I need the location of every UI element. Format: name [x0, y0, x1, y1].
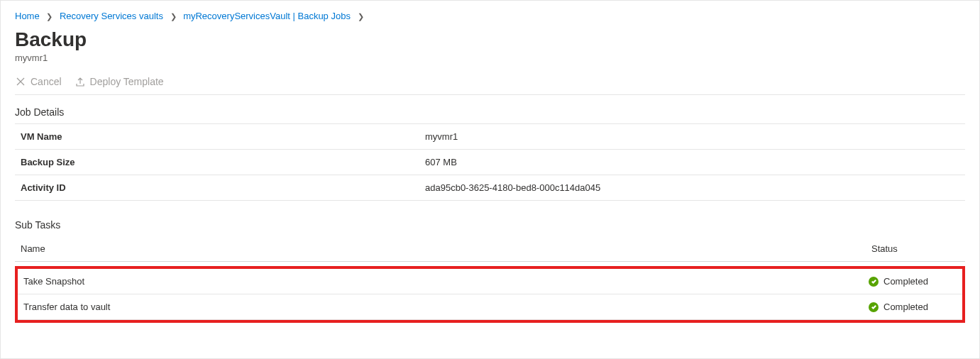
subtask-status-cell: Completed	[863, 294, 962, 320]
detail-label: Activity ID	[15, 175, 419, 201]
check-circle-icon	[869, 302, 879, 312]
table-row: Transfer data to vault Completed	[18, 294, 962, 320]
detail-value: myvmr1	[419, 124, 965, 150]
table-row: Take Snapshot Completed	[18, 269, 962, 294]
cancel-label: Cancel	[31, 76, 62, 87]
subtask-status-cell: Completed	[863, 269, 962, 294]
status-label: Completed	[883, 276, 928, 287]
subtask-name: Transfer data to vault	[18, 294, 863, 320]
chevron-right-icon: ❯	[170, 12, 177, 21]
breadcrumb-link-home[interactable]: Home	[15, 11, 40, 21]
column-header-status: Status	[866, 236, 965, 262]
sub-tasks-heading: Sub Tasks	[15, 219, 965, 231]
detail-label: VM Name	[15, 124, 419, 150]
job-details-heading: Job Details	[15, 106, 965, 118]
sub-tasks-highlight-box: Take Snapshot Completed Transfer data to…	[15, 266, 965, 323]
toolbar: Cancel Deploy Template	[15, 73, 965, 95]
breadcrumb-link-vaults[interactable]: Recovery Services vaults	[60, 11, 163, 21]
close-icon	[15, 76, 26, 87]
table-row: Backup Size 607 MB	[15, 150, 965, 175]
status-label: Completed	[883, 302, 928, 312]
breadcrumb-link-backup-jobs[interactable]: myRecoveryServicesVault | Backup Jobs	[183, 11, 351, 21]
chevron-right-icon: ❯	[358, 12, 364, 21]
detail-value: 607 MB	[419, 150, 965, 175]
cancel-button[interactable]: Cancel	[15, 76, 62, 87]
page-title: Backup	[15, 28, 965, 51]
sub-tasks-table: Take Snapshot Completed Transfer data to…	[18, 269, 962, 320]
detail-label: Backup Size	[15, 150, 419, 175]
deploy-template-label: Deploy Template	[90, 76, 164, 87]
subtask-name: Take Snapshot	[18, 269, 863, 294]
upload-icon	[75, 76, 86, 87]
page-subtitle: myvmr1	[15, 53, 965, 63]
check-circle-icon	[869, 277, 879, 287]
chevron-right-icon: ❯	[46, 12, 53, 21]
breadcrumb: Home ❯ Recovery Services vaults ❯ myReco…	[15, 11, 965, 21]
deploy-template-button[interactable]: Deploy Template	[75, 76, 164, 87]
detail-value: ada95cb0-3625-4180-bed8-000c114da045	[419, 175, 965, 201]
job-details-table: VM Name myvmr1 Backup Size 607 MB Activi…	[15, 123, 965, 201]
table-row: Activity ID ada95cb0-3625-4180-bed8-000c…	[15, 175, 965, 201]
table-row: VM Name myvmr1	[15, 124, 965, 150]
sub-tasks-header: Name Status	[15, 236, 965, 262]
column-header-name: Name	[15, 236, 866, 262]
